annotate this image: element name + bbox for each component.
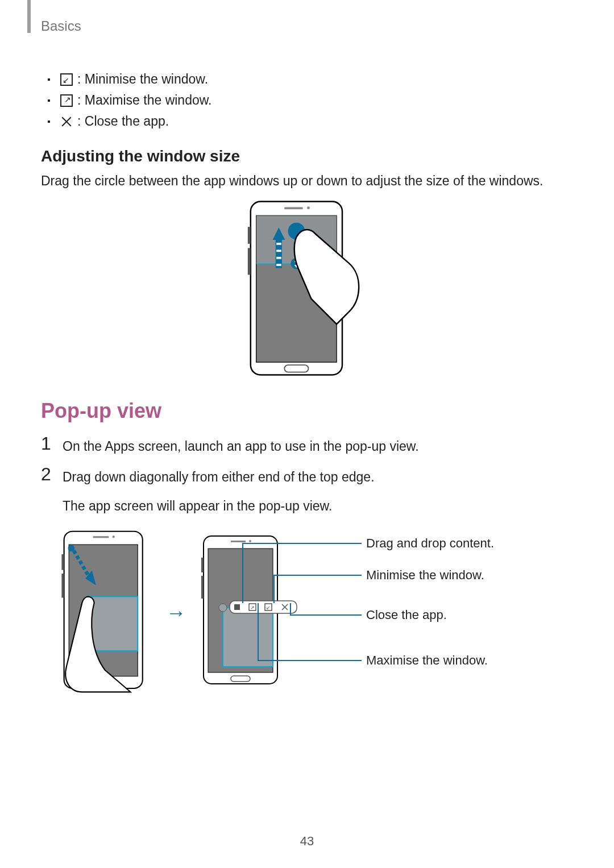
svg-rect-29 bbox=[61, 574, 64, 598]
svg-point-36 bbox=[219, 604, 227, 612]
steps-list: 1 On the Apps screen, launch an app to u… bbox=[41, 437, 573, 516]
figure-adjust-size bbox=[41, 200, 573, 376]
svg-rect-32 bbox=[231, 541, 246, 542]
figure-popup-row: → bbox=[41, 529, 573, 696]
step-item: 1 On the Apps screen, launch an app to u… bbox=[41, 437, 573, 456]
svg-point-25 bbox=[68, 545, 74, 551]
svg-rect-14 bbox=[276, 249, 281, 252]
svg-point-3 bbox=[307, 206, 310, 209]
phone-left bbox=[58, 529, 155, 696]
svg-rect-16 bbox=[276, 263, 281, 266]
svg-rect-46 bbox=[201, 576, 204, 599]
bullet-dot bbox=[48, 121, 50, 123]
svg-rect-2 bbox=[284, 207, 302, 209]
arrow-right-icon: → bbox=[166, 601, 186, 625]
svg-rect-17 bbox=[248, 227, 251, 244]
svg-text:↗: ↗ bbox=[250, 605, 255, 610]
minimise-icon: ↙ bbox=[60, 73, 73, 86]
step-text: On the Apps screen, launch an app to use… bbox=[63, 437, 573, 456]
bullet-dot bbox=[48, 99, 50, 102]
phone-illustration bbox=[233, 200, 381, 376]
svg-rect-18 bbox=[248, 248, 251, 275]
list-item-label: : Close the app. bbox=[77, 114, 169, 129]
svg-text:↙: ↙ bbox=[266, 605, 271, 610]
callout-close: Close the app. bbox=[366, 608, 447, 622]
step-text: Drag down diagonally from either end of … bbox=[63, 467, 573, 487]
header-rule bbox=[27, 0, 31, 33]
svg-rect-45 bbox=[201, 558, 204, 572]
svg-rect-13 bbox=[276, 242, 281, 245]
icon-bullet-list: ↙ : Minimise the window. ↗ : Maximise th… bbox=[41, 72, 573, 129]
callout-drag: Drag and drop content. bbox=[366, 536, 494, 551]
chapter-label: Basics bbox=[41, 18, 81, 34]
svg-rect-24 bbox=[88, 596, 138, 651]
page-number: 43 bbox=[0, 834, 614, 849]
svg-rect-15 bbox=[276, 256, 281, 259]
svg-rect-28 bbox=[61, 554, 64, 570]
list-item: ↗ : Maximise the window. bbox=[41, 93, 573, 108]
step-number: 2 bbox=[41, 464, 51, 485]
section-heading-popup: Pop-up view bbox=[41, 399, 573, 423]
svg-rect-35 bbox=[223, 608, 273, 667]
svg-point-33 bbox=[249, 540, 251, 542]
step-number: 1 bbox=[41, 433, 51, 454]
phone-right: ↗ ↙ bbox=[198, 529, 312, 696]
step-item: 2 Drag down diagonally from either end o… bbox=[41, 467, 573, 516]
bullet-dot bbox=[48, 78, 50, 81]
svg-rect-21 bbox=[93, 536, 109, 538]
callout-maximise: Maximise the window. bbox=[366, 653, 488, 668]
list-item: : Close the app. bbox=[41, 114, 573, 129]
maximise-icon: ↗ bbox=[60, 94, 73, 107]
list-item-label: : Maximise the window. bbox=[77, 93, 211, 108]
subheading-adjust-size: Adjusting the window size bbox=[41, 147, 573, 165]
list-item: ↙ : Minimise the window. bbox=[41, 72, 573, 87]
subheading-body: Drag the circle between the app windows … bbox=[41, 171, 573, 191]
callout-labels: Drag and drop content. Minimise the wind… bbox=[316, 529, 498, 694]
svg-point-22 bbox=[113, 535, 115, 538]
step-text-secondary: The app screen will appear in the pop-up… bbox=[63, 496, 573, 516]
list-item-label: : Minimise the window. bbox=[77, 72, 208, 87]
callout-minimise: Minimise the window. bbox=[366, 568, 484, 583]
svg-rect-38 bbox=[234, 604, 240, 610]
close-icon bbox=[60, 115, 73, 128]
